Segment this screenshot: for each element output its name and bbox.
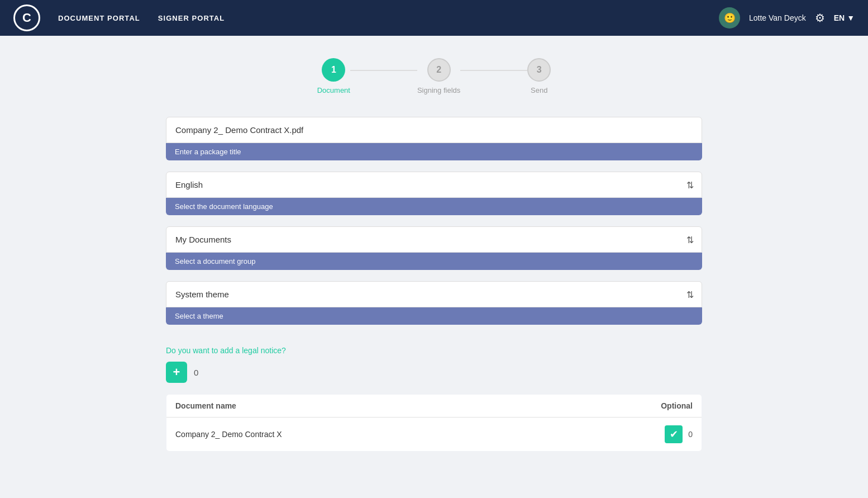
language-label: Select the document language [166, 198, 702, 215]
theme-section: System theme Light Dark ⇅ Select a theme [166, 281, 702, 325]
avatar-icon: 🙂 [724, 12, 736, 24]
package-title-section: Company 2_ Demo Contract X.pdf Enter a p… [166, 117, 702, 160]
toggle-row: + 0 [166, 362, 702, 383]
doc-optional-number: 0 [688, 430, 693, 439]
document-group-select-wrapper: My Documents Shared Documents ⇅ [166, 226, 702, 253]
document-group-label: Select a document group [166, 253, 702, 270]
main-content: 1 Document 2 Signing fields 3 Send Compa… [155, 36, 713, 474]
step-1-label: Document [317, 86, 350, 94]
step-1-circle: 1 [322, 58, 345, 82]
nav-links: DOCUMENT PORTAL SIGNER PORTAL [58, 14, 701, 22]
package-title-label: Enter a package title [166, 143, 702, 160]
navbar-right: 🙂 Lotte Van Deyck ⚙ EN ▼ [719, 7, 855, 29]
language-select-wrapper: English French Dutch German ⇅ [166, 172, 702, 198]
col-doc-name: Document name [166, 395, 549, 418]
language-select[interactable]: English French Dutch German [166, 172, 702, 197]
add-doc-toggle-button[interactable]: + [166, 362, 187, 383]
toggle-count: 0 [194, 368, 207, 377]
nav-document-portal[interactable]: DOCUMENT PORTAL [58, 14, 140, 22]
nav-signer-portal[interactable]: SIGNER PORTAL [158, 14, 225, 22]
doc-optional-toggle[interactable]: ✔ [665, 425, 683, 443]
stepper: 1 Document 2 Signing fields 3 Send [166, 58, 702, 94]
step-line-1 [350, 70, 417, 71]
step-2-label: Signing fields [417, 86, 460, 94]
theme-select[interactable]: System theme Light Dark [166, 282, 702, 307]
step-line-2 [460, 70, 527, 71]
username: Lotte Van Deyck [749, 13, 806, 22]
step-2-circle: 2 [427, 58, 451, 82]
theme-label: Select a theme [166, 307, 702, 325]
lang-arrow-icon: ▼ [847, 13, 855, 22]
step-3-circle: 3 [527, 58, 551, 82]
logo[interactable]: C [13, 4, 40, 31]
language-selector[interactable]: EN ▼ [834, 13, 855, 22]
gear-icon[interactable]: ⚙ [815, 11, 825, 25]
lang-label: EN [834, 13, 845, 22]
document-group-select[interactable]: My Documents Shared Documents [166, 227, 702, 252]
documents-table: Document name Optional Company 2_ Demo C… [166, 394, 702, 452]
legal-notice-link[interactable]: Do you want to add a legal notice? [166, 346, 286, 355]
col-optional: Optional [549, 395, 702, 418]
optional-cell: ✔ 0 [549, 418, 702, 452]
doc-name-cell: Company 2_ Demo Contract X [166, 418, 549, 452]
package-title-input[interactable]: Company 2_ Demo Contract X.pdf [166, 117, 702, 143]
document-group-section: My Documents Shared Documents ⇅ Select a… [166, 226, 702, 270]
logo-text: C [22, 11, 31, 25]
table-row: Company 2_ Demo Contract X ✔ 0 [166, 418, 702, 452]
step-1: 1 Document [317, 58, 350, 94]
navbar: C DOCUMENT PORTAL SIGNER PORTAL 🙂 Lotte … [0, 0, 868, 36]
step-2: 2 Signing fields [417, 58, 460, 94]
theme-select-wrapper: System theme Light Dark ⇅ [166, 281, 702, 307]
step-3-label: Send [531, 86, 547, 94]
avatar: 🙂 [719, 7, 740, 29]
language-section: English French Dutch German ⇅ Select the… [166, 172, 702, 215]
step-3: 3 Send [527, 58, 551, 94]
